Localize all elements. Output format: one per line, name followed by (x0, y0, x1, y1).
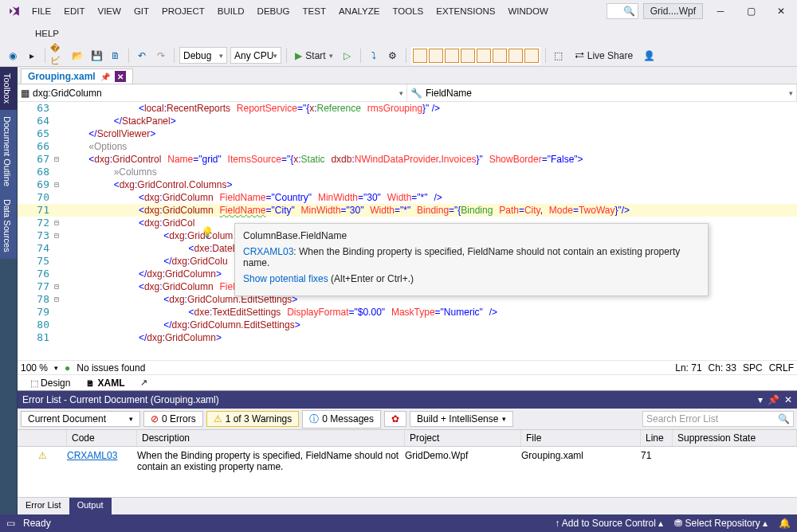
doc-tab-grouping[interactable]: Grouping.xaml 📌 ✕ (21, 68, 133, 84)
diag-5[interactable] (477, 49, 491, 63)
menu-DEBUG[interactable]: DEBUG (251, 3, 296, 19)
xaml-filter[interactable]: ✿ (384, 411, 406, 427)
menu-BUILD[interactable]: BUILD (211, 3, 251, 19)
nav-fwd-icon[interactable]: ▸ (24, 48, 40, 64)
warning-icon: ⚠ (38, 450, 47, 461)
start-no-debug-icon[interactable]: ▷ (340, 48, 355, 64)
side-tab-toolbox[interactable]: Toolbox (0, 67, 17, 110)
notifications-icon[interactable]: 🔔 (779, 518, 791, 529)
panel-menu-icon[interactable]: ▾ (758, 394, 763, 405)
config-combo[interactable]: Debug (179, 47, 227, 64)
tab-error-list[interactable]: Error List (18, 498, 69, 514)
save-all-icon[interactable]: 🗎 (108, 48, 124, 64)
extension-icon[interactable]: ⬚ (551, 48, 567, 64)
side-tab-data-sources[interactable]: Data Sources (0, 193, 17, 259)
zoom-combo[interactable]: 100 % (21, 362, 48, 374)
diag-3[interactable] (445, 49, 459, 63)
menu-EXTENSIONS[interactable]: EXTENSIONS (430, 3, 501, 19)
tab-design[interactable]: ⬚ Design (22, 376, 78, 390)
redo-icon[interactable]: ↷ (153, 48, 169, 64)
tab-output[interactable]: Output (69, 498, 112, 514)
error-line: 71 (641, 450, 673, 461)
open-file-icon[interactable]: 📂 (69, 48, 85, 64)
search-icon: 🔍 (623, 6, 635, 17)
col-code[interactable]: Code (67, 430, 137, 446)
menu-HELP[interactable]: HELP (29, 25, 65, 41)
live-share-button[interactable]: ⮂Live Share (570, 50, 638, 61)
document-tabs: Grouping.xaml 📌 ✕ (18, 67, 797, 84)
col-project[interactable]: Project (405, 430, 521, 446)
editor-status-strip: 100 %▾ ●No issues found Ln: 71 Ch: 33 SP… (18, 360, 797, 374)
start-button[interactable]: ▶Start ▾ (292, 50, 336, 61)
lightbulb-icon[interactable] (201, 226, 214, 239)
error-search[interactable]: Search Error List🔍 (642, 411, 794, 427)
popout-icon[interactable]: ↗ (132, 376, 155, 389)
output-icon[interactable]: ▭ (6, 518, 15, 529)
diag-7[interactable] (508, 49, 523, 63)
menu-VIEW[interactable]: VIEW (92, 3, 128, 19)
minimize-button[interactable]: ─ (708, 2, 733, 21)
panel-pin-icon[interactable]: 📌 (768, 394, 779, 405)
warnings-filter[interactable]: ⚠1 of 3 Warnings (206, 411, 300, 427)
menu-ANALYZE[interactable]: ANALYZE (332, 3, 387, 19)
messages-filter[interactable]: ⓘ0 Messages (302, 410, 381, 428)
scope-combo[interactable]: Current Document▾ (21, 411, 140, 427)
close-button[interactable]: ✕ (768, 2, 794, 21)
diag-4[interactable] (461, 49, 475, 63)
diag-8[interactable] (524, 49, 539, 63)
col-line[interactable]: Line (641, 430, 673, 446)
col-desc[interactable]: Description (137, 430, 405, 446)
col-file[interactable]: File (521, 430, 641, 446)
error-row[interactable]: ⚠ CRXAML03 When the Binding property is … (18, 447, 797, 475)
errors-filter[interactable]: ⊘0 Errors (143, 411, 203, 427)
vs-logo-icon[interactable] (3, 0, 26, 22)
maximize-button[interactable]: ▢ (738, 2, 764, 21)
menubar: FILEEDITVIEWGITPROJECTBUILDDEBUGTESTANAL… (0, 0, 797, 22)
undo-icon[interactable]: ↶ (134, 48, 150, 64)
step-icon[interactable]: ⤵ (366, 48, 382, 64)
account-icon[interactable]: 👤 (641, 48, 657, 64)
nav-member-combo[interactable]: 🔧FieldName (407, 84, 797, 101)
diag-2[interactable] (429, 49, 443, 63)
process-icon[interactable]: ⚙ (385, 48, 401, 64)
titlebar: FILEEDITVIEWGITPROJECTBUILDDEBUGTESTANAL… (0, 0, 797, 45)
col-icon[interactable] (18, 430, 67, 446)
side-tab-doc-outline[interactable]: Document Outline (0, 110, 17, 193)
issues-text: No issues found (77, 362, 145, 374)
menu-TEST[interactable]: TEST (296, 3, 332, 19)
pin-icon[interactable]: 📌 (100, 72, 110, 81)
diag-6[interactable] (493, 49, 507, 63)
tooltip-code-link[interactable]: CRXAML03 (243, 246, 293, 257)
menu-TOOLS[interactable]: TOOLS (386, 3, 430, 19)
error-project: GridDemo.Wpf (405, 450, 521, 461)
class-icon: ▦ (21, 88, 29, 99)
solution-name[interactable]: Grid....Wpf (643, 3, 703, 19)
panel-close-icon[interactable]: ✕ (784, 394, 792, 405)
save-icon[interactable]: 💾 (88, 48, 104, 64)
col-suppress[interactable]: Suppression State (673, 430, 797, 446)
error-file: Grouping.xaml (521, 450, 641, 461)
menu-FILE[interactable]: FILE (26, 3, 57, 19)
menu-EDIT[interactable]: EDIT (57, 3, 91, 19)
new-project-icon[interactable]: �ビ (50, 48, 66, 64)
close-tab-icon[interactable]: ✕ (115, 71, 126, 82)
output-tabs: Error List Output (18, 497, 797, 514)
error-code-link[interactable]: CRXAML03 (67, 450, 117, 461)
menu-WINDOW[interactable]: WINDOW (501, 3, 554, 19)
designer-tabs: ⬚ Design 🗎 XAML ↗ (18, 374, 797, 390)
menu-GIT[interactable]: GIT (128, 3, 155, 19)
code-editor[interactable]: 63 <local:RecentReports ReportService="{… (18, 102, 797, 360)
platform-combo[interactable]: Any CPU (230, 47, 281, 64)
error-desc: When the Binding property is specified, … (137, 450, 405, 472)
add-source-control[interactable]: ↑ Add to Source Control ▴ (555, 518, 663, 529)
select-repo[interactable]: ⛃ Select Repository ▴ (674, 518, 768, 529)
nav-back-icon[interactable]: ◉ (5, 48, 21, 64)
tab-xaml[interactable]: 🗎 XAML (78, 376, 132, 390)
wrench-icon: 🔧 (410, 88, 422, 99)
menu-PROJECT[interactable]: PROJECT (155, 3, 211, 19)
quick-launch[interactable]: 🔍 (607, 3, 638, 19)
build-filter[interactable]: Build + IntelliSense▾ (410, 411, 513, 427)
show-fixes-link[interactable]: Show potential fixes (243, 273, 328, 284)
diag-1[interactable] (413, 49, 427, 63)
nav-scope-combo[interactable]: ▦dxg:GridColumn (18, 84, 407, 101)
